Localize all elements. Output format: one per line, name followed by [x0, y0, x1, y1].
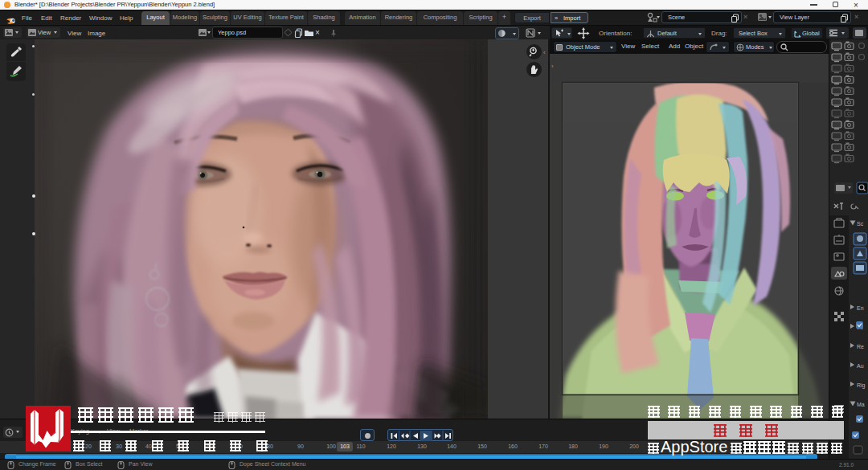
- svg-text:Rig: Rig: [857, 382, 866, 389]
- svg-text:Re: Re: [857, 344, 864, 349]
- svg-text:Sc: Sc: [857, 221, 864, 227]
- svg-text:Au: Au: [857, 363, 864, 369]
- svg-text:En: En: [857, 305, 864, 311]
- svg-text:Ma: Ma: [857, 402, 865, 407]
